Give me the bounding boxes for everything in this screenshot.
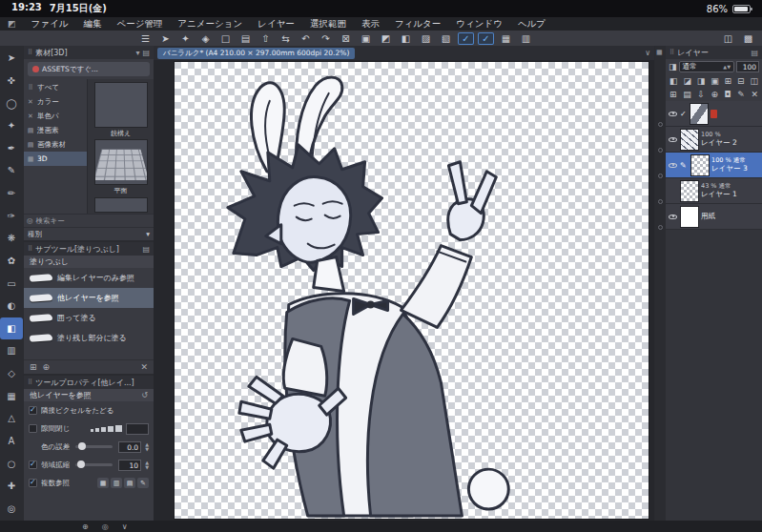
レイヤー 1[interactable]: ✎ ✓ 43 % 通常 レイヤー 1	[666, 178, 762, 204]
slider-knob[interactable]	[78, 442, 86, 450]
menu-item[interactable]: 表示	[354, 18, 387, 31]
color-margin-value[interactable]: 0.0	[118, 441, 141, 453]
object-tool-icon[interactable]: ◈	[197, 32, 214, 45]
menu-item[interactable]: ページ管理	[109, 18, 170, 31]
subtool-panel-header[interactable]: ⠿ サブツール[塗りつぶし] ▤	[24, 242, 154, 256]
canvas-page[interactable]	[175, 62, 649, 519]
document-tab[interactable]: バニラルク* (A4 210.00 × 297.00mm 600dpi 20.2…	[157, 48, 355, 59]
layer-select-dot[interactable]	[658, 225, 663, 230]
operation-tool-icon[interactable]: ➤	[157, 32, 174, 45]
trash-icon[interactable]: ✕	[140, 362, 148, 372]
lock-layer-icon[interactable]: ◪	[683, 76, 691, 86]
grid-icon[interactable]: ▦	[498, 32, 514, 45]
layer-select-dot[interactable]	[658, 122, 663, 127]
ruler-range-icon[interactable]: ⊟	[737, 76, 745, 86]
new-layer-icon[interactable]: ⊞	[669, 90, 677, 99]
subtool-item[interactable]: 他レイヤーを参照	[24, 288, 154, 308]
panel-menu-icon[interactable]: ▤	[751, 49, 758, 57]
subtool-item[interactable]: 編集レイヤーのみ参照	[24, 268, 154, 288]
fill-selection-icon[interactable]: ◧	[398, 32, 414, 45]
pen-tool[interactable]: ✎	[0, 159, 23, 182]
menu-item[interactable]: ファイル	[24, 18, 76, 31]
refer-all-layers-icon[interactable]: ▦	[97, 478, 109, 488]
selection-border-icon[interactable]: ▨	[418, 32, 434, 45]
stepper-arrows[interactable]: ▲▼	[145, 442, 149, 452]
enable-mask-icon[interactable]: ⊞	[725, 76, 732, 86]
undo-icon[interactable]: ↶	[298, 32, 314, 45]
create-mask-icon[interactable]: ◘	[725, 90, 731, 99]
selection-tool[interactable]: ◯	[0, 92, 23, 114]
slider-knob[interactable]	[77, 460, 85, 468]
レイヤー 3[interactable]: ✎ ✓ 100 % 通常 レイヤー 3	[666, 153, 762, 178]
menu-item[interactable]: ウィンドウ	[448, 18, 510, 31]
layer-panel-header[interactable]: ⠿ レイヤー ▤	[666, 46, 762, 59]
correct-line-tool[interactable]: ✚	[0, 475, 23, 498]
subtool-item[interactable]: 囲って塗る	[24, 308, 154, 328]
eyedropper-tool[interactable]: ✒	[0, 137, 23, 160]
duplicate-subtool-icon[interactable]: ⊕	[43, 362, 51, 372]
eraser-tool[interactable]: ▭	[0, 272, 23, 295]
area-scaling-value[interactable]: 10	[118, 460, 141, 471]
material-thumbnail-figures[interactable]	[94, 82, 148, 128]
refer-editing-layer-icon[interactable]: ✎	[137, 478, 149, 488]
subtool-item[interactable]: 塗り残し部分に塗る	[24, 328, 154, 348]
layer-thumbnail[interactable]	[680, 206, 699, 228]
set-as-reference-icon[interactable]: ▣	[711, 76, 719, 86]
menu-item[interactable]: フィルター	[387, 18, 448, 31]
blend-tool[interactable]: ◐	[0, 295, 23, 317]
material-tree-item[interactable]: ✕ 単色パ	[24, 109, 87, 123]
material-search-row[interactable]: ◎ 検索キー	[24, 214, 154, 227]
menu-item[interactable]: 選択範囲	[302, 18, 354, 31]
balloon-tool[interactable]: ○	[0, 452, 23, 475]
text-tool[interactable]: A	[0, 430, 23, 453]
operation-tool[interactable]: ➤	[0, 47, 23, 70]
layer-thumbnail[interactable]	[680, 180, 699, 202]
layer-thumbnail[interactable]	[680, 129, 699, 151]
chevron-down-icon[interactable]: ∨	[645, 49, 650, 57]
deselect-icon[interactable]: ▣	[358, 32, 374, 45]
material-thumbnail-partial[interactable]	[94, 197, 148, 213]
close-gap-value[interactable]	[126, 423, 149, 435]
material-tree-item[interactable]: ▤ 漫画素	[24, 123, 87, 137]
material-type-row[interactable]: 種別 ▾	[24, 227, 154, 240]
reset-settings-icon[interactable]: ↺	[141, 391, 148, 399]
close-gap-checkbox[interactable]	[29, 424, 37, 433]
material-tree-item[interactable]: ▤ 画像素材	[24, 137, 87, 152]
workspace-icon[interactable]: ◫	[720, 32, 736, 45]
eye-icon[interactable]	[668, 187, 678, 195]
subtool-group-label[interactable]: 塗りつぶし	[24, 256, 154, 268]
figure-tool[interactable]: ◇	[0, 362, 23, 385]
eye-icon[interactable]	[668, 213, 678, 221]
open-file-icon[interactable]: ▤	[237, 32, 254, 45]
delete-layer-icon[interactable]: ✕	[751, 90, 758, 99]
assets-store-button[interactable]: ASSETSですぐ...	[28, 62, 150, 76]
apply-mask-icon[interactable]: ✎	[737, 90, 745, 99]
refer-selected-layers-icon[interactable]: ▤	[124, 478, 135, 488]
ruler-tool[interactable]: △	[0, 407, 23, 430]
airbrush-tool[interactable]: ❋	[0, 227, 23, 250]
merge-down-icon[interactable]: ⊕	[711, 90, 718, 99]
gap-size-selector[interactable]	[91, 425, 122, 432]
レイヤー 2[interactable]: ✎ ✓ 100 % レイヤー 2	[666, 127, 762, 153]
add-icon[interactable]: ⊕	[82, 522, 89, 531]
用紙[interactable]: ✎ ✓ 用紙	[666, 204, 762, 230]
chevron-down-icon[interactable]: ∨	[122, 522, 128, 531]
export-icon[interactable]: ⇧	[257, 32, 274, 45]
redo-icon[interactable]: ↷	[318, 32, 334, 45]
main-menu-icon[interactable]: ☰	[137, 32, 154, 45]
refer-reference-layer-icon[interactable]: ▥	[111, 478, 122, 488]
fill-tool[interactable]: ◧	[0, 317, 23, 340]
selection-launcher-icon[interactable]: ▧	[438, 32, 454, 45]
tool-property-header[interactable]: ⠿ ツールプロパティ[他レイ...]	[24, 376, 154, 389]
layer-select-dot[interactable]	[658, 199, 663, 204]
clip-to-layer-below-icon[interactable]: ◨	[697, 76, 706, 86]
stepper-arrows[interactable]: ▲▼	[145, 460, 149, 470]
pencil-tool[interactable]: ✏	[0, 182, 23, 205]
panel-menu-icon[interactable]: ▤	[142, 49, 150, 57]
collapse-icon[interactable]: ▾	[135, 49, 139, 57]
material-tree-item[interactable]: ▦ 3D	[24, 152, 87, 166]
app-logo-icon[interactable]: ◩	[8, 19, 16, 29]
canvas-area[interactable]: バニラルク* (A4 210.00 × 297.00mm 600dpi 20.2…	[154, 46, 654, 521]
material-launcher-icon[interactable]: ▥	[518, 32, 534, 45]
flip-canvas-icon[interactable]: ⇆	[278, 32, 294, 45]
